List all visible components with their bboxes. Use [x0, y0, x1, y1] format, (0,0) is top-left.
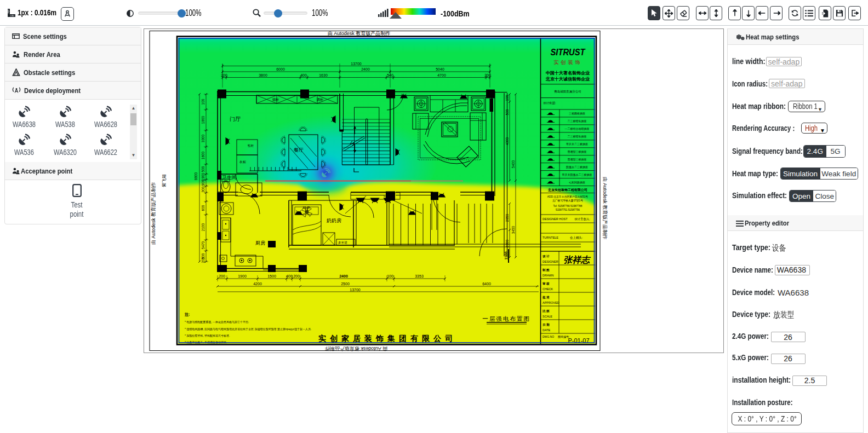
- svg-text:门厅: 门厅: [230, 116, 241, 122]
- svg-text:普通型三极插座: 普通型三极插座: [568, 158, 587, 161]
- svg-text:1800: 1800: [201, 116, 205, 124]
- svg-text:* 强弱电线路槽, 应回路与电气暗线预埋此及等拉线于全区 加: * 强弱电线路槽, 应回路与电气暗线预埋此及等拉线于全区 加速暗位预管预埋 禁止…: [185, 327, 311, 331]
- svg-text:会上精头:: 会上精头:: [570, 236, 583, 240]
- svg-text:1900: 1900: [238, 274, 247, 278]
- svg-text:DWG.NO: DWG.NO: [542, 335, 554, 338]
- svg-text:APPROVED: APPROVED: [542, 301, 559, 304]
- svg-text:北京实创装饰工程有限公司: 北京实创装饰工程有限公司: [547, 188, 587, 192]
- svg-text:多米诺: 多米诺: [338, 241, 347, 244]
- svg-text:DRAWN: DRAWN: [542, 274, 554, 277]
- svg-text:1630: 1630: [319, 73, 328, 77]
- svg-text:3800: 3800: [259, 73, 267, 77]
- svg-text:2300: 2300: [505, 239, 509, 247]
- svg-text:CHECK: CHECK: [542, 287, 553, 291]
- svg-text:设计依据:: 设计依据:: [543, 101, 556, 105]
- svg-text:8800: 8800: [194, 172, 198, 180]
- svg-text:七彩回路插座: 七彩回路插座: [569, 181, 585, 184]
- svg-text:DATE: DATE: [542, 328, 551, 332]
- svg-text:600: 600: [201, 205, 205, 211]
- svg-text:SCALE: SCALE: [542, 315, 552, 318]
- svg-text:1500: 1500: [267, 274, 276, 278]
- svg-text:TURNTELE: TURNTELE: [542, 236, 558, 239]
- svg-text:调柜: 调柜: [316, 97, 323, 102]
- svg-text:51587751 51587756: 51587751 51587756: [556, 209, 580, 211]
- svg-text:2400: 2400: [361, 67, 370, 71]
- svg-text:4700: 4700: [437, 73, 446, 77]
- svg-text:由 Autodesk 教育版产品制作: 由 Autodesk 教育版产品制作: [151, 182, 156, 245]
- svg-text:审 核: 审 核: [542, 282, 550, 286]
- svg-text:500: 500: [505, 109, 509, 115]
- svg-text:注:: 注:: [184, 312, 190, 317]
- svg-text:衣柜: 衣柜: [239, 160, 246, 164]
- svg-text:鞋柜: 鞋柜: [248, 144, 254, 148]
- svg-text:4200: 4200: [253, 282, 262, 286]
- svg-text:北京十大诚信装饰企业: 北京十大诚信装饰企业: [545, 77, 590, 82]
- svg-text:6000: 6000: [276, 67, 285, 71]
- svg-text:卫生间: 卫生间: [221, 175, 237, 180]
- svg-text:5470: 5470: [201, 241, 205, 249]
- svg-text:由 Autodesk 教育版产品制作: 由 Autodesk 教育版产品制作: [325, 346, 388, 351]
- svg-text:300: 300: [201, 186, 205, 192]
- svg-text:* 电源与弱电配置重视, 一体化自然风格与其它个平街.: * 电源与弱电配置重视, 一体化自然风格与其它个平街.: [185, 320, 249, 324]
- svg-text:实创家居装饰集团有限公司: 实创家居装饰集团有限公司: [318, 334, 456, 343]
- svg-text:100: 100: [387, 274, 393, 278]
- svg-text:三相面板插座: 三相面板插座: [569, 112, 585, 116]
- svg-text:1600: 1600: [201, 151, 205, 159]
- svg-text:二三极暗装插座: 二三极暗装插座: [568, 119, 587, 123]
- svg-text:2400: 2400: [339, 274, 348, 278]
- svg-text:5040: 5040: [436, 67, 444, 71]
- svg-text:张祥志: 张祥志: [563, 255, 591, 264]
- svg-text:带开关防溅水二三极插座: 带开关防溅水二三极插座: [562, 173, 592, 177]
- svg-text:3450: 3450: [511, 226, 515, 234]
- svg-text:400: 400: [300, 73, 307, 77]
- svg-text:500: 500: [201, 166, 205, 172]
- svg-text:4300: 4300: [505, 137, 509, 145]
- svg-text:餐厅: 餐厅: [294, 147, 304, 153]
- svg-text:6400: 6400: [482, 282, 491, 286]
- svg-text:比 例: 比 例: [542, 309, 550, 313]
- svg-text:厨房: 厨房: [255, 240, 265, 246]
- svg-text:带开关二三极插座: 带开关二三极插座: [566, 142, 588, 146]
- svg-text:200: 200: [293, 274, 300, 278]
- svg-text:实创装饰: 实创装饰: [553, 59, 582, 65]
- svg-text:200: 200: [221, 73, 227, 77]
- svg-text:400: 400: [286, 274, 293, 278]
- svg-text:200: 200: [201, 257, 205, 263]
- svg-text:由 Autodesk 教育版产品制作: 由 Autodesk 教育版产品制作: [602, 177, 608, 240]
- svg-text:批 准: 批 准: [542, 296, 550, 299]
- svg-text:制 图: 制 图: [542, 268, 550, 272]
- svg-text:二三极暗装插座: 二三极暗装插座: [568, 135, 587, 138]
- svg-text:200: 200: [219, 274, 225, 278]
- svg-text:DESIGNER: DESIGNER: [542, 260, 558, 263]
- svg-text:1100: 1100: [504, 251, 508, 259]
- svg-text:北广楼写字楼大厦07层1号: 北广楼写字楼大厦07层1号: [552, 199, 583, 203]
- svg-text:一二极组合地暗插座: 一二极组合地暗插座: [565, 127, 590, 131]
- svg-text:普通型三极插座: 普通型三极插座: [568, 150, 587, 154]
- svg-text:SITRUST: SITRUST: [551, 47, 586, 57]
- svg-text:100: 100: [505, 95, 509, 101]
- svg-text:青岛城阳直属分公司: 青岛城阳直属分公司: [554, 90, 581, 94]
- svg-text:ADD:北京市丰台区菜户营大街51号: ADD:北京市丰台区菜户营大街51号: [547, 195, 589, 199]
- svg-text:5400: 5400: [511, 160, 515, 168]
- svg-text:1500: 1500: [302, 206, 310, 209]
- svg-text:奶奶房: 奶奶房: [326, 218, 341, 223]
- svg-text:13700: 13700: [350, 288, 361, 292]
- svg-text:2850: 2850: [505, 213, 509, 222]
- svg-text:3353: 3353: [415, 274, 424, 278]
- svg-text:日 期: 日 期: [542, 323, 550, 327]
- svg-text:由 Autodesk 教育版产品制作: 由 Autodesk 教育版产品制作: [328, 31, 391, 36]
- svg-text:13700: 13700: [351, 62, 362, 66]
- svg-text:设计主创人:: 设计主创人:: [574, 217, 591, 221]
- svg-text:Tel: 51587766 51587788: Tel: 51587766 51587788: [553, 205, 583, 207]
- svg-text:100: 100: [201, 99, 205, 105]
- svg-text:一层强电布置图: 一层强电布置图: [482, 315, 530, 322]
- svg-text:3300: 3300: [201, 134, 205, 142]
- svg-text:设 计: 设 计: [542, 255, 550, 258]
- svg-text:烟柜: 烟柜: [272, 98, 279, 102]
- svg-text:紫飞箱: 紫飞箱: [162, 174, 167, 187]
- svg-text:2500: 2500: [341, 282, 350, 286]
- svg-text:* 加预拉有管线, 管线配线等尺寸标准.: * 加预拉有管线, 管线配线等尺寸标准.: [185, 334, 230, 338]
- svg-text:DESIGNER HOST: DESIGNER HOST: [542, 217, 568, 221]
- svg-text:900: 900: [201, 180, 205, 186]
- svg-text:1900: 1900: [201, 172, 205, 181]
